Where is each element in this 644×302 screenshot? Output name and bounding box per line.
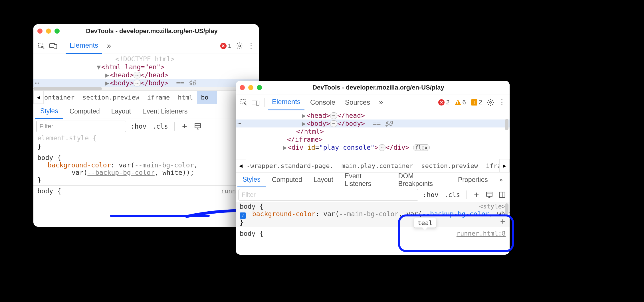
inspect-icon[interactable]: [36, 41, 47, 51]
filter-input[interactable]: Filter: [239, 189, 418, 200]
crumb-html[interactable]: html: [174, 91, 197, 104]
rule-body-1[interactable]: <style> body { ✓ background-color: var(-…: [236, 202, 510, 227]
css-var-main[interactable]: --main-bg-color: [135, 161, 194, 169]
close-icon[interactable]: [240, 85, 245, 90]
rule-element-style[interactable]: element.style {: [33, 134, 259, 142]
property-checkbox-icon[interactable]: ✓: [240, 212, 246, 219]
subtab-layout[interactable]: Layout: [106, 104, 136, 119]
styles-pane-icon[interactable]: [193, 121, 203, 131]
rule-body-2[interactable]: runner.html:8 body {: [236, 229, 510, 238]
css-var-backup[interactable]: --backup-bg-color: [422, 210, 489, 218]
dom-line-body[interactable]: ⋯ ▶<body>⋯</body> == $0: [33, 79, 259, 87]
close-icon[interactable]: [37, 29, 43, 34]
css-var-backup[interactable]: --backup-bg-color: [87, 169, 154, 176]
css-var-main[interactable]: --main-bg-color: [339, 210, 399, 218]
subtab-styles[interactable]: Styles: [237, 173, 266, 187]
crumb-scroll-left[interactable]: ◀: [236, 159, 246, 172]
subtab-computed[interactable]: Computed: [267, 173, 307, 187]
subtab-event-listeners[interactable]: Event Listeners: [340, 173, 392, 187]
computed-pane-icon[interactable]: [497, 190, 507, 200]
crumb-scroll-right[interactable]: ▶: [499, 159, 510, 172]
css-property[interactable]: background-color: [252, 210, 316, 218]
devtools-window-1: DevTools - developer.mozilla.org/en-US/p…: [33, 24, 259, 227]
flex-pill[interactable]: flex: [413, 144, 429, 151]
tab-console[interactable]: Console: [306, 94, 339, 110]
window-title: DevTools - developer.mozilla.org/en-US/p…: [63, 27, 255, 35]
cls-toggle[interactable]: .cls: [443, 191, 461, 198]
dom-line-html[interactable]: ▼<html lang="en">: [33, 63, 259, 71]
subtab-event-listeners[interactable]: Event Listeners: [137, 104, 193, 119]
dom-line-head[interactable]: ▶<head>⋯</head>: [236, 112, 510, 119]
tab-sources[interactable]: Sources: [341, 94, 374, 110]
collapsed-pill[interactable]: ⋯: [330, 112, 337, 119]
crumb-iframe[interactable]: iframe: [143, 91, 174, 104]
rule-close: }: [37, 176, 255, 184]
dom-line-doctype[interactable]: <!DOCTYPE html>: [33, 55, 259, 63]
gear-icon[interactable]: [235, 41, 245, 51]
collapsed-pill[interactable]: ⋯: [134, 80, 141, 86]
subtab-layout[interactable]: Layout: [308, 173, 338, 187]
new-rule-icon[interactable]: +: [180, 121, 189, 131]
more-tabs-icon[interactable]: »: [376, 97, 386, 108]
crumb-section[interactable]: section.preview: [78, 91, 143, 104]
minimize-icon[interactable]: [248, 85, 253, 90]
filter-input[interactable]: Filter: [36, 121, 126, 132]
hov-toggle[interactable]: :hov: [130, 123, 148, 130]
device-toggle-icon[interactable]: [48, 41, 58, 51]
dom-line-head[interactable]: ▶<head>⋯</head>: [33, 71, 259, 79]
tab-elements[interactable]: Elements: [268, 94, 304, 110]
subtab-styles[interactable]: Styles: [35, 104, 63, 119]
rule-body-1[interactable]: <st body { background-color: var(--main-…: [33, 153, 259, 184]
horizontal-scrollbar[interactable]: [33, 87, 259, 90]
overflow-icon[interactable]: ⋯: [237, 120, 241, 127]
vertical-scrollbar[interactable]: [504, 110, 509, 159]
rule-source[interactable]: <style>: [479, 203, 506, 210]
rule-selector: body {: [37, 154, 255, 161]
zoom-icon[interactable]: [257, 85, 262, 90]
info-badge[interactable]: ! 2: [469, 99, 484, 106]
error-count: 1: [228, 42, 231, 50]
device-toggle-icon[interactable]: [251, 97, 261, 108]
collapsed-pill[interactable]: ⋯: [379, 144, 386, 151]
new-rule-icon[interactable]: +: [472, 190, 481, 200]
collapsed-pill[interactable]: ⋯: [330, 120, 337, 127]
zoom-icon[interactable]: [54, 29, 60, 34]
error-badge[interactable]: ✕ 2: [437, 99, 451, 106]
subtab-dom-breakpoints[interactable]: DOM Breakpoints: [393, 173, 452, 187]
kebab-icon[interactable]: ⋮: [246, 41, 256, 51]
gear-icon[interactable]: [486, 98, 495, 107]
more-tabs-icon[interactable]: »: [104, 41, 114, 51]
dom-line-html-close[interactable]: </html>: [236, 127, 510, 135]
styles-pane: element.style { } <st body { background-…: [33, 134, 259, 227]
crumb-scroll-left[interactable]: ◀: [33, 91, 44, 104]
dom-line-div[interactable]: ▶<div id="play-console">⋯</div> flex: [236, 143, 510, 151]
window-controls: [37, 29, 60, 34]
warning-badge[interactable]: 6: [453, 99, 468, 106]
dom-line-iframe-close[interactable]: </iframe>: [236, 135, 510, 143]
separator: [62, 41, 62, 50]
rule-source[interactable]: runner.html:8: [457, 230, 506, 237]
cls-toggle[interactable]: .cls: [151, 123, 169, 130]
collapsed-pill[interactable]: ⋯: [134, 72, 141, 78]
rule-element-style-close: }: [33, 142, 259, 151]
subtab-properties[interactable]: Properties: [453, 173, 493, 187]
crumb-wrapper[interactable]: -wrapper.standard-page.: [247, 159, 338, 172]
crumb-section[interactable]: section.preview: [417, 159, 482, 172]
subtab-computed[interactable]: Computed: [64, 104, 105, 119]
minimize-icon[interactable]: [46, 29, 51, 34]
css-property[interactable]: background-color: [48, 161, 111, 169]
error-badge[interactable]: ✕ 1: [219, 42, 233, 50]
vertical-scrollbar[interactable]: [504, 202, 509, 255]
overflow-icon[interactable]: ⋯: [35, 79, 39, 86]
hov-toggle[interactable]: :hov: [422, 191, 440, 198]
more-subtabs-icon[interactable]: »: [494, 173, 508, 187]
crumb-container[interactable]: ontainer: [44, 91, 78, 104]
inspect-icon[interactable]: [239, 97, 249, 108]
styles-pane-icon[interactable]: [484, 190, 494, 200]
rule-body-2[interactable]: runner.ht body {: [33, 187, 259, 195]
crumb-main[interactable]: main.play.container: [338, 159, 417, 172]
tab-elements[interactable]: Elements: [66, 38, 102, 54]
dom-line-body[interactable]: ⋯ ▶<body>⋯</body> == $0: [236, 119, 510, 127]
crumb-body[interactable]: bo: [197, 91, 217, 104]
kebab-icon[interactable]: ⋮: [497, 98, 507, 107]
